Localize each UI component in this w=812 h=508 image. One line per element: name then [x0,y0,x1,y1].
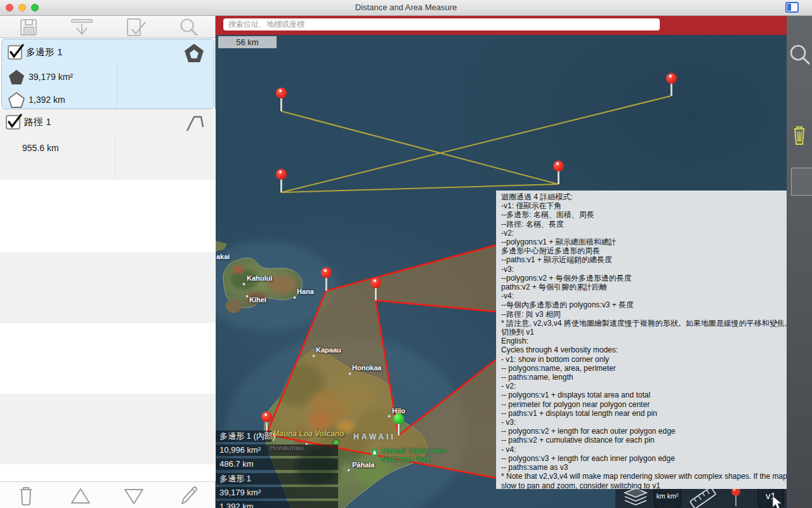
sidebar-toggle-icon[interactable] [785,2,799,13]
map-label: Kahului [247,274,272,282]
map-label: Kapaau [316,346,341,354]
measure-path-line [281,96,671,192]
map-label: National Park [382,455,431,464]
perimeter-value: 1,392 km [29,95,65,105]
map-label: akai [216,253,230,260]
map-label: Hawaii Volcanoes [382,446,446,455]
tooltip-line: English: [501,337,812,345]
sidebar: 多邊形 1 39,179 km² 1,392 km 路徑 1 [0,16,216,508]
measurement-overlay-row: 486.7 km [216,458,338,470]
tooltip-line: - v4: [501,445,812,454]
area-value: 39,179 km² [29,72,73,82]
map-label: Pāhala [352,461,374,469]
tooltip-line: -- paths:v1 + displays total length near… [501,409,812,418]
town-dot [293,296,296,299]
tooltip-line: -v2: [501,229,812,237]
tooltip-line: Cycles through 4 verbosity modes: [501,345,812,354]
pentagon-filled-icon [8,69,25,85]
item-name: 路徑 1 [24,116,51,128]
map-scale-indicator: 56 km [218,36,277,48]
tooltip-line: * Note that v2,v3,v4 will make map rende… [501,472,812,490]
tooltip-line: -- paths:same as v3 [501,463,812,472]
list-item-polygon-1[interactable]: 多邊形 1 39,179 km² 1,392 km [1,39,214,109]
empty-row [0,323,216,394]
triangle-up-icon[interactable] [68,484,93,507]
pentagon-icon [183,43,205,63]
tooltip-line: - v3: [501,418,812,427]
visibility-checkbox[interactable] [8,45,22,60]
tooltip-line: --polygons:v1 + 顯示總面積和總計 [501,237,812,246]
measurement-overlay-row: 多邊形 1 (內部) [216,431,272,442]
sidebar-toolbar [0,16,215,38]
search-input[interactable]: 搜索位址、地標或座標 [223,18,660,30]
pencil-icon[interactable] [177,484,200,507]
empty-row [0,464,216,481]
tooltip-line: - v2: [501,382,812,391]
measurement-overlay-row: 10,996 km² [216,444,338,456]
tooltip-line: * 請注意, v2,v3,v4 將使地圖繪製速度慢于複雜的形狀。如果地圖是緩慢的… [501,319,812,337]
town-dot [242,283,246,286]
window-title: Distance and Area Measure [0,3,812,12]
map-label: Kihei [249,296,266,304]
export-down-icon[interactable] [69,17,95,38]
town-dot [388,415,391,418]
app-window: 56 km 多邊形 1 (內部)10,996 km²486.7 km多邊形 13… [0,0,812,508]
empty-row [0,252,216,323]
measurement-overlay-row: 39,179 km² [216,487,338,498]
measurement-overlay-row: 多邊形 1 [216,473,338,485]
map-label: HAWAII [353,432,396,441]
ghost-square-button[interactable] [791,168,812,196]
list-item-path-1[interactable]: 路徑 1 955.6 km [0,109,216,180]
trash-icon[interactable] [787,121,812,149]
empty-row [0,394,216,464]
verbosity-tooltip: 迴圈通過 4 詳細模式:-v1: 僅顯示在下角--多邊形: 名稱、面積、周長--… [496,190,812,489]
tooltip-line: --polygons:v2 + 每個外多邊形邊的長度 [501,274,812,283]
tooltip-line: -- polygons:v2 + length for each outer p… [501,427,812,436]
tooltip-line: -- polygons:name, area, perimeter [501,364,812,373]
tooltip-line: -- polygons:v3 + length for each inner p… [501,454,812,463]
trash-icon[interactable] [15,484,37,507]
visibility-checkbox[interactable] [6,115,20,130]
map-label: Mauna Loa Volcano [273,429,344,438]
empty-row [0,180,216,252]
measurement-overlay-row: 1,392 km [216,501,338,508]
tooltip-line: -- polygons:v1 + displays total area and… [501,391,812,399]
map-search-bar: 搜索位址、地標或座標 [216,16,787,35]
search-icon[interactable] [178,17,200,38]
tooltip-line: -- paths:v2 + cumulative distance for ea… [501,436,812,444]
town-dot [347,469,350,472]
tooltip-line: --路徑: 名稱、長度 [501,220,812,229]
tooltip-line: -- paths:name, length [501,373,812,382]
length-value: 955.6 km [22,143,59,153]
tooltip-line: -v4: [501,291,812,300]
path-icon [185,113,207,132]
town-dot [312,354,315,358]
tooltip-line: -v3: [501,265,812,274]
tooltip-line: --每個內多邊形邊的 polygons:v3 + 長度 [501,300,812,309]
mouse-cursor [771,495,784,508]
titlebar: Distance and Area Measure [0,0,812,16]
tooltip-line: --多邊形: 名稱、面積、周長 [501,210,812,219]
tooltip-line: paths:v2 + 每個引腳的累計距離 [501,283,812,291]
tooltip-line: - v1: show in bottom corner only [501,355,812,364]
triangle-down-icon[interactable] [121,484,147,507]
select-check-icon[interactable] [124,17,149,38]
tooltip-line: --paths:v1 + 顯示近端銷的總長度 [501,255,812,264]
search-icon[interactable] [787,41,812,117]
tooltip-line: 迴圈通過 4 詳細模式: [501,192,812,201]
town-dot [246,295,249,298]
map-label: Honokaa [352,364,381,371]
item-name: 多邊形 1 [26,46,63,58]
tooltip-line: -- perimeter for polygon near polygon ce… [501,400,812,409]
pentagon-outline-icon [8,91,25,108]
save-icon[interactable] [18,17,39,38]
tooltip-line: 多邊形中心附近多邊形的周長 [501,246,812,255]
map-right-toolbar [787,16,812,508]
tooltip-line: --路徑: 與 v3 相同 [501,310,812,319]
tooltip-line: -v1: 僅顯示在下角 [501,201,812,210]
sidebar-bottom-toolbar [0,481,215,508]
map-label: Hana [297,288,314,295]
town-dot [348,372,351,375]
